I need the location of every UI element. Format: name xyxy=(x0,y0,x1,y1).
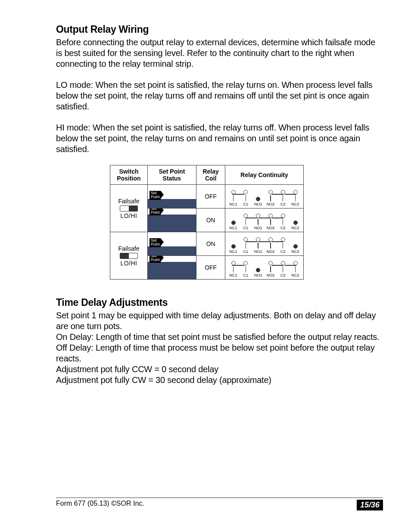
relay-coil-cell: OFF xyxy=(196,185,225,208)
switch-position-cell: Failsafe LO/HI xyxy=(110,232,148,280)
continuity-cell: NC1 C1 NO1 NO2 C2 NC2 xyxy=(225,256,304,280)
lo-hi-label: LO/HI xyxy=(110,212,147,219)
set-point-flag-icon: SetPoint xyxy=(149,208,161,215)
set-point-flag-icon: SetPoint xyxy=(149,238,161,247)
relay-coil-cell: ON xyxy=(196,232,225,256)
pin-label: NC1 xyxy=(230,202,237,206)
pin-label: C1 xyxy=(243,249,249,254)
paragraph: HI mode: When the set point is satisfied… xyxy=(56,122,383,155)
heading-output-relay: Output Relay Wiring xyxy=(56,24,383,35)
th-set-point-status: Set PointStatus xyxy=(147,165,196,185)
relay-table: SwitchPosition Set PointStatus RelayCoil… xyxy=(110,165,304,280)
pin-label: NC2 xyxy=(292,249,299,254)
failsafe-label: Failsafe xyxy=(110,245,147,252)
pin-label: NO2 xyxy=(267,202,275,206)
continuity-cell: NC1 C1 NO1 NO2 C2 NC2 xyxy=(225,185,304,208)
paragraph: Before connecting the output relay to ex… xyxy=(56,37,383,69)
paragraph: Adjustment pot fully CW = 30 second dela… xyxy=(56,375,383,386)
switch-position-cell: Failsafe LO/HI xyxy=(110,185,148,232)
pin-label: C2 xyxy=(280,273,286,277)
setpoint-status-cell: SetPoint xyxy=(147,256,196,280)
dip-switch-icon xyxy=(120,253,138,259)
setpoint-status-cell: SetPoint xyxy=(147,232,196,256)
pin-label: NC1 xyxy=(230,249,237,254)
dip-switch-icon xyxy=(120,205,138,212)
continuity-cell: NC1 C1 NO1 NO2 C2 NC2 xyxy=(225,208,304,232)
pin-label: NO2 xyxy=(267,226,275,230)
set-point-flag-icon: SetPoint xyxy=(149,256,161,263)
page-footer: Form 677 (05.13) ©SOR Inc. 15/36 xyxy=(56,498,383,510)
paragraph: Set point 1 may be equipped with time de… xyxy=(56,310,383,332)
paragraph: Off Delay: Length of time that process m… xyxy=(56,342,383,364)
continuity-cell: NC1 C1 NO1 NO2 C2 NC2 xyxy=(225,232,304,256)
set-point-flag-icon: SetPoint xyxy=(149,191,161,200)
relay-coil-cell: OFF xyxy=(196,256,225,280)
pin-label: C2 xyxy=(280,226,286,230)
pin-label: C1 xyxy=(243,202,249,206)
pin-label: C1 xyxy=(243,226,249,230)
setpoint-status-cell: SetPoint xyxy=(147,185,196,208)
pin-label: NO2 xyxy=(267,249,275,254)
pin-label: NO1 xyxy=(254,226,262,230)
pin-label: NO1 xyxy=(254,273,262,277)
pin-label: NO2 xyxy=(267,273,275,277)
pin-label: NC2 xyxy=(292,202,299,206)
pin-label: C2 xyxy=(280,249,286,254)
page-number: 15/36 xyxy=(357,500,383,510)
th-relay-continuity: Relay Continuity xyxy=(225,165,304,185)
pin-label: NO1 xyxy=(254,202,262,206)
pin-label: NC1 xyxy=(230,273,237,277)
lo-hi-label: LO/HI xyxy=(110,260,147,267)
th-relay-coil: RelayCoil xyxy=(196,165,225,185)
paragraph: LO mode: When the set point is satisfied… xyxy=(56,80,383,112)
failsafe-label: Failsafe xyxy=(110,198,147,205)
paragraph: Adjustment pot fully CCW = 0 second dela… xyxy=(56,364,383,375)
paragraph: On Delay: Length of time that set point … xyxy=(56,332,383,342)
pin-label: NC2 xyxy=(292,273,299,277)
heading-time-delay: Time Delay Adjustments xyxy=(56,297,383,308)
pin-label: C2 xyxy=(280,202,286,206)
pin-label: C1 xyxy=(243,273,249,277)
footer-text: Form 677 (05.13) ©SOR Inc. xyxy=(56,500,144,507)
setpoint-status-cell: SetPoint xyxy=(147,208,196,232)
pin-label: NO1 xyxy=(254,249,262,254)
th-switch-position: SwitchPosition xyxy=(110,165,148,185)
pin-label: NC1 xyxy=(230,226,237,230)
pin-label: NC2 xyxy=(292,226,299,230)
relay-coil-cell: ON xyxy=(196,208,225,232)
